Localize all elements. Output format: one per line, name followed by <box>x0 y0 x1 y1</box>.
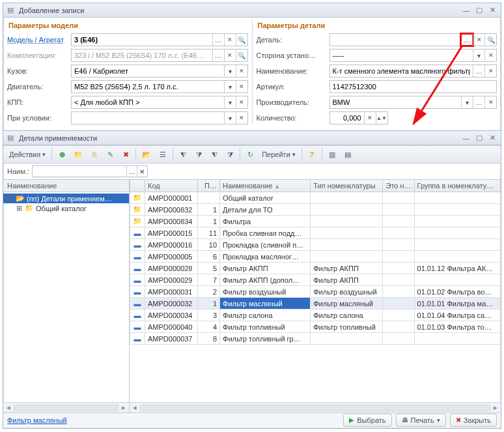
prod-input[interactable] <box>330 98 462 106</box>
grid[interactable]: Код П… Наименование▲ Тип номенклатуры Эт… <box>130 179 501 402</box>
filter3-icon[interactable]: ⧨ <box>207 147 221 162</box>
add-icon[interactable]: ⊕ <box>55 147 69 162</box>
naim-filter-dots[interactable]: … <box>126 166 137 177</box>
help-icon[interactable]: ? <box>305 147 319 162</box>
table-row[interactable]: ▬AMPD00001610Прокладка (сливной п… <box>130 239 501 251</box>
actions-menu[interactable]: Действия▾ <box>6 147 49 162</box>
qty-input[interactable] <box>330 114 364 122</box>
table-row[interactable]: ▬AMPD0000321Фильтр масляныйФильтр маслян… <box>130 298 501 310</box>
cond-dd[interactable] <box>224 112 236 124</box>
go-menu[interactable]: Перейти▾ <box>259 147 299 162</box>
prod-dd[interactable] <box>461 96 473 108</box>
copy-icon[interactable]: ⎘ <box>87 147 102 162</box>
cond-field[interactable] <box>71 111 248 124</box>
dvig-clear[interactable] <box>236 81 247 93</box>
art-field[interactable] <box>329 80 497 93</box>
win1-min[interactable]: — <box>460 5 472 16</box>
table-row[interactable]: 📁AMPD0008341Фильтра <box>130 216 501 227</box>
kompl-field[interactable] <box>71 49 248 62</box>
col-eto[interactable]: Это н… <box>383 180 414 192</box>
qty-spinner[interactable]: ▲▼ <box>376 112 387 124</box>
model-input[interactable] <box>72 36 212 44</box>
side-field[interactable] <box>329 49 497 62</box>
col-name[interactable]: Наименование▲ <box>220 180 311 192</box>
detail-clear[interactable] <box>473 34 484 46</box>
layout1-icon[interactable]: ▥ <box>325 147 339 162</box>
kuzov-dd[interactable] <box>224 65 236 77</box>
layout2-icon[interactable]: ▤ <box>341 147 355 162</box>
kompl-search[interactable] <box>236 50 247 61</box>
kpp-clear[interactable] <box>236 96 247 108</box>
win2-min[interactable]: — <box>460 133 472 143</box>
filter1-icon[interactable]: ⧨ <box>176 147 190 162</box>
win2-max[interactable]: ▢ <box>473 133 485 143</box>
win1-max[interactable]: ▢ <box>473 5 485 16</box>
table-row[interactable]: ▬AMPD00001511Пробка сливная подд… <box>130 227 501 239</box>
close-button[interactable]: ✖Закрыть <box>450 414 497 427</box>
kpp-field[interactable] <box>71 96 248 109</box>
grid-hscroll[interactable]: ◂▸ <box>130 402 501 412</box>
select-button[interactable]: ▶Выбрать <box>343 414 391 427</box>
table-row[interactable]: 📁AMPD000001Общий каталог <box>130 192 501 204</box>
dvig-input[interactable] <box>72 83 224 91</box>
cond-input[interactable] <box>72 114 224 122</box>
tree-collapse-icon[interactable]: ⊟ <box>6 194 14 203</box>
kompl-dots[interactable] <box>212 50 224 61</box>
kpp-dd[interactable] <box>224 96 236 108</box>
win1-close[interactable]: ✕ <box>486 5 498 16</box>
naim-filter-clear[interactable]: ✕ <box>137 166 147 177</box>
art-input[interactable] <box>330 83 497 91</box>
qty-clear[interactable] <box>364 112 376 124</box>
model-dots[interactable] <box>212 34 224 46</box>
model-search[interactable] <box>236 34 247 46</box>
tree-hscroll[interactable]: ◂▸ <box>3 402 129 412</box>
detail-dots[interactable] <box>461 34 473 46</box>
naim-filter-input[interactable] <box>33 166 126 177</box>
filter-off-icon[interactable]: ⧩ <box>223 147 237 162</box>
detail-input[interactable] <box>330 36 462 44</box>
tree-child[interactable]: ⊞ 📁 Общий каталог <box>3 203 129 213</box>
model-field[interactable] <box>71 33 248 46</box>
kuzov-input[interactable] <box>72 67 224 75</box>
table-row[interactable]: ▬AMPD0000378Фильтр топливный гр… <box>130 333 501 345</box>
kuzov-clear[interactable] <box>236 65 247 77</box>
prod-dots[interactable] <box>473 96 484 108</box>
qty-field[interactable]: ▲▼ <box>329 111 388 124</box>
model-label[interactable]: Модель / Агрегат <box>7 36 71 44</box>
table-row[interactable]: ▬AMPD0000297Фильтр АКПП (допол…Фильтр АК… <box>130 274 501 286</box>
print-button[interactable]: 🖶Печать▾ <box>396 414 446 427</box>
col-group[interactable]: Группа в номенклату… <box>414 180 500 192</box>
kompl-clear[interactable] <box>224 50 236 61</box>
col-code[interactable]: Код <box>145 180 198 192</box>
table-row[interactable]: 📁AMPD0008321Детали для ТО <box>130 204 501 216</box>
add-folder-icon[interactable]: 📁 <box>70 147 86 162</box>
naim-clear[interactable] <box>484 65 496 77</box>
model-clear[interactable] <box>224 34 236 46</box>
tree-root[interactable]: ⊟ 📂 (пп) Детали применяем… <box>3 194 129 203</box>
filter2-icon[interactable]: ⧩ <box>191 147 206 162</box>
dvig-dd[interactable] <box>224 81 236 93</box>
kompl-input[interactable] <box>72 51 212 59</box>
detail-search[interactable] <box>484 34 496 46</box>
delete-icon[interactable]: ✖ <box>119 147 133 162</box>
prod-clear[interactable] <box>484 96 496 108</box>
edit-icon[interactable]: ✎ <box>103 147 117 162</box>
dvig-field[interactable] <box>71 80 248 93</box>
hierarchy-icon[interactable]: ☰ <box>156 147 170 162</box>
col-p[interactable]: П… <box>198 180 220 192</box>
cond-clear[interactable] <box>236 112 247 124</box>
status-text[interactable]: Фильтр масляный <box>7 416 67 424</box>
detail-field[interactable] <box>329 33 497 46</box>
naim-filter-field[interactable]: … ✕ <box>32 166 148 177</box>
tree-body[interactable]: ⊟ 📂 (пп) Детали применяем… ⊞ 📁 Общий кат… <box>3 192 129 402</box>
table-row[interactable]: ▬AMPD0000056Прокладка масляног… <box>130 251 501 263</box>
table-row[interactable]: ▬AMPD0000312Фильтр воздушныйФильтр возду… <box>130 286 501 298</box>
side-dd[interactable] <box>473 50 484 61</box>
kuzov-field[interactable] <box>71 65 248 78</box>
table-row[interactable]: ▬AMPD0000343Фильтр салонаФильтр салона01… <box>130 310 501 321</box>
win2-close[interactable]: ✕ <box>486 133 498 143</box>
table-row[interactable]: ▬AMPD0000285Фильтр АКППФильтр АКПП01.01.… <box>130 263 501 274</box>
naim-field[interactable] <box>329 65 497 78</box>
naim-dots[interactable] <box>473 65 484 77</box>
naim-input[interactable] <box>330 67 473 75</box>
